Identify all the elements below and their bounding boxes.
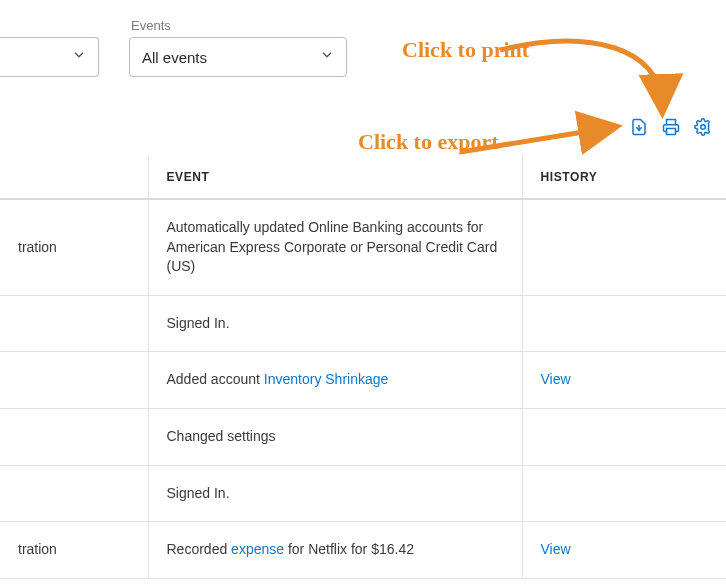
event-text: Automatically updated Online Banking acc… xyxy=(167,219,498,274)
table-row: trationAutomatically updated Online Bank… xyxy=(0,199,726,295)
event-text: Changed settings xyxy=(167,428,276,444)
view-link[interactable]: View xyxy=(541,541,571,557)
annotation-export-label: Click to export xyxy=(358,130,499,154)
cell-user xyxy=(0,295,148,352)
column-header-history: HISTORY xyxy=(522,156,726,199)
event-text: Added account xyxy=(167,371,264,387)
cell-user xyxy=(0,465,148,522)
export-icon[interactable] xyxy=(630,118,648,136)
svg-rect-0 xyxy=(667,129,676,135)
cell-event: Automatically updated Online Banking acc… xyxy=(148,199,522,295)
chevron-down-icon xyxy=(320,48,334,66)
table-row: Signed In. xyxy=(0,465,726,522)
event-text: Signed In. xyxy=(167,315,230,331)
event-link[interactable]: expense xyxy=(231,541,284,557)
cell-user: tration xyxy=(0,199,148,295)
cell-event: Changed settings xyxy=(148,408,522,465)
activity-table: EVENT HISTORY trationAutomatically updat… xyxy=(0,156,726,579)
events-label: Events xyxy=(129,18,347,33)
print-icon[interactable] xyxy=(662,118,680,136)
table-row: Changed settings xyxy=(0,408,726,465)
toolbar xyxy=(630,118,712,136)
gear-icon[interactable] xyxy=(694,118,712,136)
filter-bar: Events All events xyxy=(0,0,726,77)
cell-history xyxy=(522,465,726,522)
event-link[interactable]: Inventory Shrinkage xyxy=(264,371,389,387)
cell-event: Added account Inventory Shrinkage xyxy=(148,352,522,409)
column-header-user xyxy=(0,156,148,199)
chevron-down-icon xyxy=(72,48,86,66)
cell-history xyxy=(522,408,726,465)
events-value: All events xyxy=(142,49,207,66)
cell-history xyxy=(522,199,726,295)
cell-user xyxy=(0,408,148,465)
column-header-event: EVENT xyxy=(148,156,522,199)
table-row: Signed In. xyxy=(0,295,726,352)
cell-event: Signed In. xyxy=(148,465,522,522)
cell-event: Recorded expense for Netflix for $16.42 xyxy=(148,522,522,579)
cell-history: View xyxy=(522,352,726,409)
event-text: for Netflix for $16.42 xyxy=(284,541,414,557)
view-link[interactable]: View xyxy=(541,371,571,387)
table-row: trationRecorded expense for Netflix for … xyxy=(0,522,726,579)
cell-user xyxy=(0,352,148,409)
event-text: Recorded xyxy=(167,541,232,557)
svg-point-1 xyxy=(701,125,706,130)
cell-history: View xyxy=(522,522,726,579)
cell-event: Signed In. xyxy=(148,295,522,352)
events-dropdown[interactable]: All events xyxy=(129,37,347,77)
cell-user: tration xyxy=(0,522,148,579)
cell-history xyxy=(522,295,726,352)
event-text: Signed In. xyxy=(167,485,230,501)
filter-dropdown-left[interactable] xyxy=(0,37,99,77)
table-row: Added account Inventory ShrinkageView xyxy=(0,352,726,409)
